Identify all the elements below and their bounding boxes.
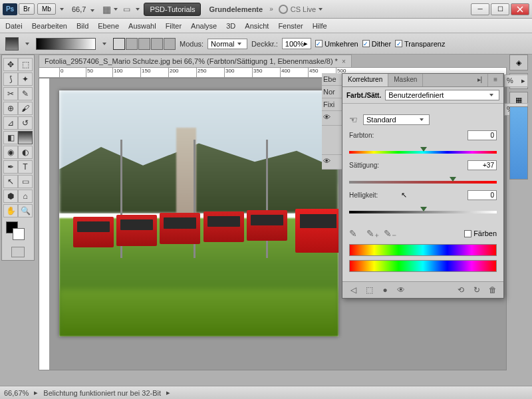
lightness-input[interactable]: 0 [467, 190, 497, 200]
hue-input[interactable]: 0 [467, 130, 497, 140]
tool-preset-icon[interactable] [5, 37, 19, 51]
dropdown-icon[interactable] [60, 8, 64, 11]
eraser-tool[interactable]: ◧ [3, 131, 18, 144]
path-tool[interactable]: ↖ [3, 175, 18, 188]
minibridge-button[interactable]: Mb [37, 3, 56, 15]
hue-slider[interactable] [349, 146, 497, 155]
lasso-tool[interactable]: ⟆ [3, 72, 18, 86]
eyedropper-tool[interactable]: ✎ [18, 87, 33, 100]
menu-analyse[interactable]: Analyse [191, 22, 217, 30]
panel-collapse-icon[interactable]: ▸| [472, 74, 489, 86]
menu-bearbeiten[interactable]: Bearbeiten [32, 22, 67, 30]
menu-fenster[interactable]: Fenster [278, 22, 303, 30]
document-tab[interactable]: Fotolia_2957406_S_Mario Schulze.jpg bei … [39, 55, 352, 67]
gradient-radial[interactable] [126, 38, 138, 50]
stamp-tool[interactable]: ⊿ [3, 116, 18, 130]
menu-ansicht[interactable]: Ansicht [245, 22, 269, 30]
panel-menu-icon[interactable]: ≡ [488, 74, 503, 86]
menu-filter[interactable]: Filter [166, 22, 182, 30]
menu-auswahl[interactable]: Auswahl [128, 22, 156, 30]
heal-tool[interactable]: ⊕ [3, 102, 18, 115]
tab-masken[interactable]: Masken [388, 74, 423, 86]
workspace-grundelemente[interactable]: Grundelemente [203, 3, 268, 15]
mode-label: Modus: [180, 40, 203, 48]
dodge-tool[interactable]: ◐ [18, 146, 33, 159]
back-icon[interactable]: ◁ [348, 285, 358, 295]
cursor-icon: ↖ [401, 191, 407, 200]
marquee-tool[interactable]: ⬚ [18, 58, 33, 71]
tab-korrekturen[interactable]: Korrekturen [342, 74, 388, 86]
move-tool[interactable]: ✥ [3, 58, 18, 71]
trash-icon[interactable]: 🗑 [487, 285, 498, 295]
status-message: Belichtung funktioniert nur bei 32-Bit [43, 389, 161, 397]
scrubby-icon[interactable]: ☜ [349, 114, 358, 125]
expand-icon[interactable]: ⬚ [364, 285, 374, 295]
menu-hilfe[interactable]: Hilfe [313, 22, 327, 30]
cslive-button[interactable]: CS Live [279, 5, 326, 14]
shape-tool[interactable]: ▭ [18, 175, 33, 188]
opacity-input[interactable]: 100%▸ [282, 38, 311, 49]
preset-select[interactable]: Benutzerdefiniert [385, 90, 499, 100]
3d-tool[interactable]: ⬢ [3, 190, 18, 203]
quickmask-toggle[interactable] [11, 247, 25, 257]
background-color[interactable] [13, 228, 25, 240]
mode-select[interactable]: Normal [207, 39, 247, 49]
view-grid-icon[interactable]: ▦ [102, 4, 111, 15]
camera-tool[interactable]: ⌂ [18, 190, 33, 203]
screen-mode-icon[interactable]: ▭ [123, 5, 130, 14]
menu-3d[interactable]: 3D [226, 22, 235, 30]
reverse-checkbox[interactable]: ✓Umkehren [315, 40, 358, 48]
previous-icon[interactable]: ⟲ [456, 285, 466, 295]
gradient-angle[interactable] [138, 38, 150, 50]
crop-tool[interactable]: ✂ [3, 87, 18, 100]
canvas[interactable] [59, 90, 338, 336]
pen-tool[interactable]: ✒ [3, 160, 18, 174]
history-brush-tool[interactable]: ↺ [18, 116, 33, 130]
saturation-input[interactable]: +37 [467, 160, 497, 170]
clip-icon[interactable]: ● [380, 285, 390, 295]
layers-dock-icon[interactable]: ◈ [509, 55, 528, 70]
channel-select[interactable]: Standard [363, 114, 430, 125]
maximize-button[interactable]: ☐ [491, 3, 509, 15]
color-swatches[interactable] [3, 221, 33, 244]
bridge-button[interactable]: Br [19, 3, 35, 15]
eyedropper-add-icon[interactable]: ✎₊ [366, 228, 377, 239]
status-zoom[interactable]: 66,67% [4, 389, 29, 397]
saturation-label: Sättigung: [349, 162, 396, 169]
menu-datei[interactable]: Datei [5, 22, 23, 30]
menu-bild[interactable]: Bild [76, 22, 88, 30]
zoom-level[interactable]: 66,7 [72, 5, 97, 13]
close-button[interactable] [511, 3, 529, 15]
brush-tool[interactable]: 🖌 [18, 102, 33, 115]
hand-tool[interactable]: ✋ [3, 204, 18, 217]
wand-tool[interactable]: ✦ [18, 72, 33, 86]
colorize-checkbox[interactable]: Färben [464, 229, 497, 237]
menu-ebene[interactable]: Ebene [98, 22, 119, 30]
spectrum-bar-bottom [349, 260, 497, 272]
panel-footer: ◁ ⬚ ● 👁 ⟲ ↻ 🗑 [342, 281, 503, 298]
gradient-reflected[interactable] [151, 38, 163, 50]
layer-highlight [509, 106, 528, 180]
gradient-picker[interactable] [36, 38, 96, 50]
dropdown-icon[interactable] [114, 8, 118, 11]
reset-icon[interactable]: ↻ [471, 285, 482, 295]
type-tool[interactable]: T [18, 160, 33, 174]
visibility-icon[interactable]: 👁 [396, 285, 406, 295]
close-tab-icon[interactable]: × [342, 58, 346, 65]
workspace-psdtutorials[interactable]: PSD-Tutorials [144, 3, 201, 16]
eyedropper-sub-icon[interactable]: ✎₋ [384, 228, 394, 239]
eyedropper-icon[interactable]: ✎ [349, 228, 360, 239]
gradient-diamond[interactable] [164, 38, 176, 50]
statusbar: 66,67% ▸ Belichtung funktioniert nur bei… [0, 386, 532, 399]
minimize-button[interactable]: ─ [471, 3, 489, 15]
gradient-tool[interactable] [18, 131, 33, 144]
saturation-slider[interactable] [349, 176, 497, 185]
gradient-linear[interactable] [113, 38, 125, 50]
zoom-tool[interactable]: 🔍 [18, 204, 33, 217]
dropdown-icon[interactable] [136, 8, 140, 11]
transparency-checkbox[interactable]: ✓Transparenz [395, 40, 445, 48]
dither-checkbox[interactable]: ✓Dither [362, 40, 391, 48]
lightness-slider[interactable] [349, 205, 497, 215]
blur-tool[interactable]: ◉ [3, 146, 18, 159]
chevron-right-icon[interactable]: » [269, 5, 273, 13]
